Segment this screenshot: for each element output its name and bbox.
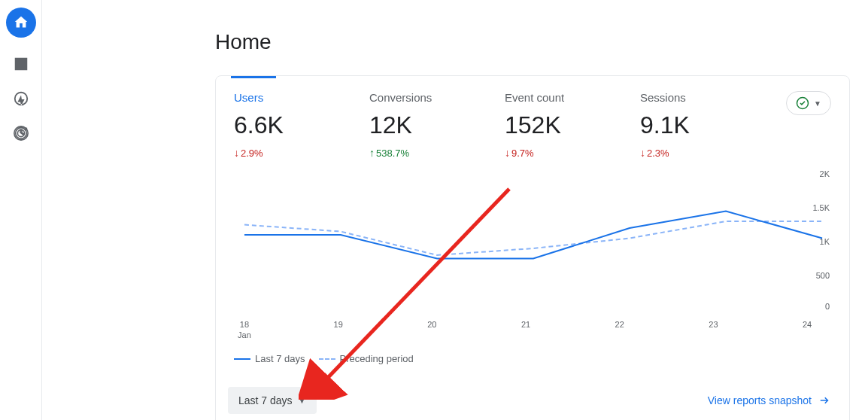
nav-reports[interactable] (13, 56, 29, 72)
legend-current: Last 7 days (234, 353, 305, 364)
metric-change: ↓2.9% (234, 147, 324, 159)
x-tick: 19 (334, 320, 343, 329)
active-tab-indicator (231, 76, 276, 78)
chart-legend: Last 7 days Preceding period (216, 348, 849, 364)
metric-value: 9.1K (640, 111, 730, 139)
date-range-selector[interactable]: Last 7 days ▼ (228, 387, 317, 414)
metrics-row: Users 6.6K ↓2.9% Conversions 12K ↑538.7%… (216, 76, 849, 168)
metric-value: 6.6K (234, 111, 324, 139)
caret-down-icon: ▼ (299, 397, 306, 405)
metric-label: Sessions (640, 91, 730, 104)
x-sublabel: Jan (238, 330, 251, 339)
main-content: Home Users 6.6K ↓2.9% Conversions 12K ↑5… (42, 0, 868, 420)
x-tick: 21 (521, 320, 530, 329)
nav-home[interactable] (6, 8, 36, 38)
solid-line-icon (234, 358, 250, 360)
legend-prev: Preceding period (319, 353, 414, 364)
line-chart: 2K 1.5K 1K 500 0 (229, 168, 836, 318)
x-tick: 22 (615, 320, 624, 329)
explore-icon (13, 90, 29, 107)
caret-down-icon: ▼ (814, 99, 821, 108)
nav-advertising[interactable] (13, 125, 29, 142)
metric-users[interactable]: Users 6.6K ↓2.9% (234, 91, 324, 159)
home-icon (13, 14, 29, 31)
up-arrow-icon: ↑ (369, 147, 375, 159)
verify-menu[interactable]: ▼ (786, 91, 831, 115)
metric-conversions[interactable]: Conversions 12K ↑538.7% (369, 91, 460, 159)
down-arrow-icon: ↓ (234, 147, 239, 159)
x-tick: 20 (427, 320, 436, 329)
preceding-period-line (244, 221, 822, 255)
card-footer: Last 7 days ▼ View reports snapshot (216, 364, 849, 420)
dashed-line-icon (319, 358, 335, 360)
metric-label: Conversions (369, 91, 460, 104)
page-title: Home (215, 30, 853, 54)
chart-area: 2K 1.5K 1K 500 0 18 Jan 19 20 21 22 23 2… (216, 168, 849, 348)
y-tick: 0 (825, 302, 830, 311)
metric-change: ↓2.3% (640, 147, 730, 159)
metric-label: Users (234, 91, 324, 104)
metric-value: 152K (505, 111, 595, 139)
view-reports-link[interactable]: View reports snapshot (708, 394, 831, 407)
y-tick: 2K (820, 169, 830, 178)
advertising-icon (13, 125, 29, 142)
x-axis: 18 Jan 19 20 21 22 23 24 (229, 318, 836, 345)
metric-event-count[interactable]: Event count 152K ↓9.7% (505, 91, 595, 159)
check-circle-icon (796, 96, 809, 110)
down-arrow-icon: ↓ (640, 147, 645, 159)
metric-value: 12K (369, 111, 460, 139)
arrow-right-icon (818, 394, 831, 407)
metric-change: ↓9.7% (505, 147, 595, 159)
down-arrow-icon: ↓ (505, 147, 510, 159)
y-tick: 500 (816, 271, 830, 280)
metric-change: ↑538.7% (369, 147, 460, 159)
reports-icon (13, 56, 29, 72)
nav-explore[interactable] (13, 90, 29, 107)
x-tick: 24 (803, 320, 812, 329)
x-tick: 23 (709, 320, 718, 329)
metric-sessions[interactable]: Sessions 9.1K ↓2.3% (640, 91, 730, 159)
overview-card: Users 6.6K ↓2.9% Conversions 12K ↑538.7%… (215, 75, 850, 420)
sidebar (0, 0, 42, 420)
last-7-days-line (244, 212, 822, 259)
metric-label: Event count (505, 91, 595, 104)
x-tick: 18 (240, 320, 249, 329)
y-tick: 1.5K (812, 203, 830, 212)
